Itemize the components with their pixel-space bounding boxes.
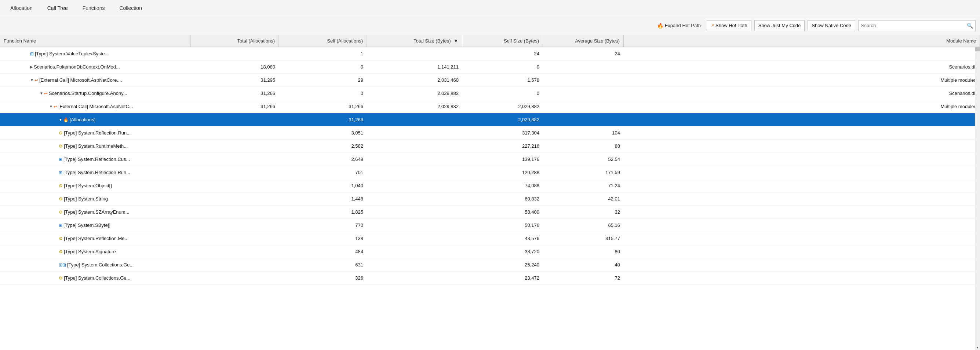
col-header-self-alloc[interactable]: Self (Allocations) xyxy=(279,35,367,47)
cell-name[interactable]: ⚙ [Type] System.SZArrayEnum... xyxy=(0,206,191,219)
cell-avg-size: 52.54 xyxy=(543,153,624,166)
cell-name[interactable]: ▼ 🔥 [Allocations] xyxy=(0,113,191,127)
cell-module xyxy=(624,232,980,245)
cell-total-size: 1,141,211 xyxy=(367,60,462,74)
cell-self-alloc: 1 xyxy=(279,47,367,60)
cell-total-alloc: 31,266 xyxy=(191,100,279,113)
cell-self-alloc: 31,266 xyxy=(279,100,367,113)
cell-name[interactable]: ⚙ [Type] System.Reflection.Me... xyxy=(0,232,191,245)
cell-name[interactable]: ⊞ [Type] System.Reflection.Cus... xyxy=(0,153,191,166)
cell-self-alloc: 1,040 xyxy=(279,179,367,192)
type-icon: ⊞⊞ xyxy=(59,263,66,268)
cell-module: Scenarios.dll xyxy=(624,87,980,100)
show-just-my-code-button[interactable]: Show Just My Code xyxy=(754,20,805,31)
cell-total-alloc xyxy=(191,245,279,258)
cell-name[interactable]: ⚙ [Type] System.String xyxy=(0,192,191,206)
cell-name[interactable]: ⊞ [Type] System.Reflection.Run... xyxy=(0,166,191,179)
tab-allocation[interactable]: Allocation xyxy=(3,2,40,15)
col-header-total-alloc[interactable]: Total (Allocations) xyxy=(191,35,279,47)
cell-total-size xyxy=(367,113,462,127)
cell-name[interactable]: ⚙ [Type] System.Signature xyxy=(0,245,191,258)
cell-total-alloc xyxy=(191,258,279,272)
cell-module xyxy=(624,113,980,127)
type-icon: ⚙ xyxy=(59,183,63,188)
cell-total-size xyxy=(367,258,462,272)
toolbar: 🔥 Expand Hot Path ↗ Show Hot Path Show J… xyxy=(0,16,980,35)
cell-module: Multiple modules xyxy=(624,74,980,87)
cell-total-alloc xyxy=(191,166,279,179)
cell-total-size xyxy=(367,139,462,153)
cell-self-size: 25,240 xyxy=(462,258,543,272)
cell-self-size: 23,472 xyxy=(462,272,543,285)
cell-self-size: 2,029,882 xyxy=(462,100,543,113)
cell-name[interactable]: ⚙ [Type] System.Object[] xyxy=(0,179,191,192)
cell-self-size: 2,029,882 xyxy=(462,113,543,127)
cell-avg-size: 40 xyxy=(543,258,624,272)
cell-name[interactable]: ⊞⊞ [Type] System.Collections.Ge... xyxy=(0,258,191,272)
cell-module xyxy=(624,192,980,206)
cell-avg-size: 65.16 xyxy=(543,219,624,232)
cell-name[interactable]: ▶ Scenarios.PokemonDbContext.OnMod... xyxy=(0,60,191,74)
cell-name[interactable]: ⊞ [Type] System.SByte[] xyxy=(0,219,191,232)
cell-name[interactable]: ⚙ [Type] System.Reflection.Run... xyxy=(0,127,191,139)
cell-self-alloc: 701 xyxy=(279,166,367,179)
cell-name[interactable]: ⚙ [Type] System.RuntimeMeth... xyxy=(0,139,191,153)
cell-avg-size: 171.59 xyxy=(543,166,624,179)
col-header-avg-size[interactable]: Average Size (Bytes) xyxy=(543,35,624,47)
cell-self-alloc: 0 xyxy=(279,87,367,100)
app-container: Allocation Call Tree Functions Collectio… xyxy=(0,0,980,350)
cell-self-alloc: 484 xyxy=(279,245,367,258)
cell-total-alloc xyxy=(191,139,279,153)
expand-icon[interactable]: ▼ xyxy=(59,118,62,122)
cell-total-alloc xyxy=(191,113,279,127)
cell-total-size: 2,029,882 xyxy=(367,87,462,100)
search-input[interactable] xyxy=(861,23,967,28)
type-icon: ⚙ xyxy=(59,144,63,149)
cell-self-size: 0 xyxy=(462,87,543,100)
search-icon[interactable]: 🔍 xyxy=(967,23,973,29)
cell-total-size xyxy=(367,219,462,232)
scroll-track[interactable] xyxy=(975,40,980,345)
cell-self-size: 50,176 xyxy=(462,219,543,232)
cell-name[interactable]: ▼ ↩ [External Call] Microsoft.AspNetCore… xyxy=(0,74,191,87)
cell-self-alloc: 2,582 xyxy=(279,139,367,153)
cell-name[interactable]: ▼ ↩ [External Call] Microsoft.AspNetC... xyxy=(0,100,191,113)
show-native-code-button[interactable]: Show Native Code xyxy=(808,20,855,31)
col-header-name[interactable]: Function Name xyxy=(0,35,191,47)
cell-total-size xyxy=(367,245,462,258)
type-icon: ⚙ xyxy=(59,236,63,241)
cell-self-size: 139,176 xyxy=(462,153,543,166)
expand-icon[interactable]: ▶ xyxy=(30,65,33,69)
table-wrapper[interactable]: Function Name Total (Allocations) Self (… xyxy=(0,35,980,350)
expand-icon[interactable]: ▼ xyxy=(30,78,34,82)
tab-collection[interactable]: Collection xyxy=(112,2,149,15)
cell-self-size: 43,576 xyxy=(462,232,543,245)
cell-total-alloc xyxy=(191,127,279,139)
cell-self-alloc: 2,649 xyxy=(279,153,367,166)
data-grid: Function Name Total (Allocations) Self (… xyxy=(0,35,980,285)
cell-self-size: 0 xyxy=(462,60,543,74)
tab-call-tree[interactable]: Call Tree xyxy=(40,2,75,15)
cell-total-alloc: 31,266 xyxy=(191,87,279,100)
show-hot-path-button[interactable]: ↗ Show Hot Path xyxy=(706,20,751,31)
cell-total-alloc xyxy=(191,206,279,219)
cell-module xyxy=(624,153,980,166)
expand-icon[interactable]: ▼ xyxy=(49,105,53,108)
col-header-self-size[interactable]: Self Size (Bytes) xyxy=(462,35,543,47)
type-icon: ⊞ xyxy=(59,170,62,175)
scroll-down-arrow[interactable]: ▼ xyxy=(975,345,980,350)
col-header-module[interactable]: Module Name xyxy=(624,35,980,47)
cell-self-alloc: 1,448 xyxy=(279,192,367,206)
col-header-total-size[interactable]: Total Size (Bytes) ▼ xyxy=(367,35,462,47)
cell-self-size: 38,720 xyxy=(462,245,543,258)
tab-functions[interactable]: Functions xyxy=(75,2,112,15)
vertical-scrollbar[interactable]: ▲ ▼ xyxy=(975,35,980,350)
cell-avg-size xyxy=(543,74,624,87)
cell-name[interactable]: ▼ ↩ Scenarios.Startup.Configure.Anony... xyxy=(0,87,191,100)
cell-module xyxy=(624,206,980,219)
expand-icon[interactable]: ▼ xyxy=(40,91,43,95)
cell-name[interactable]: ⊞ [Type] System.ValueTuple<Syste... xyxy=(0,47,191,60)
cell-name[interactable]: ⚙ [Type] System.Collections.Ge... xyxy=(0,272,191,285)
type-icon: ⚙ xyxy=(59,276,63,281)
cell-total-alloc: 31,295 xyxy=(191,74,279,87)
